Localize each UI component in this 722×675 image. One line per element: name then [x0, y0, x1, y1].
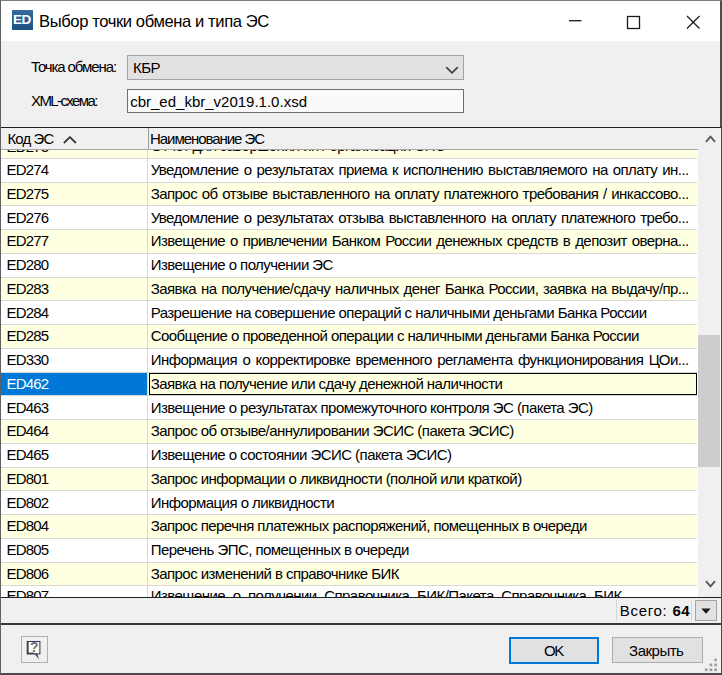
svg-text:?: ? — [30, 640, 38, 655]
